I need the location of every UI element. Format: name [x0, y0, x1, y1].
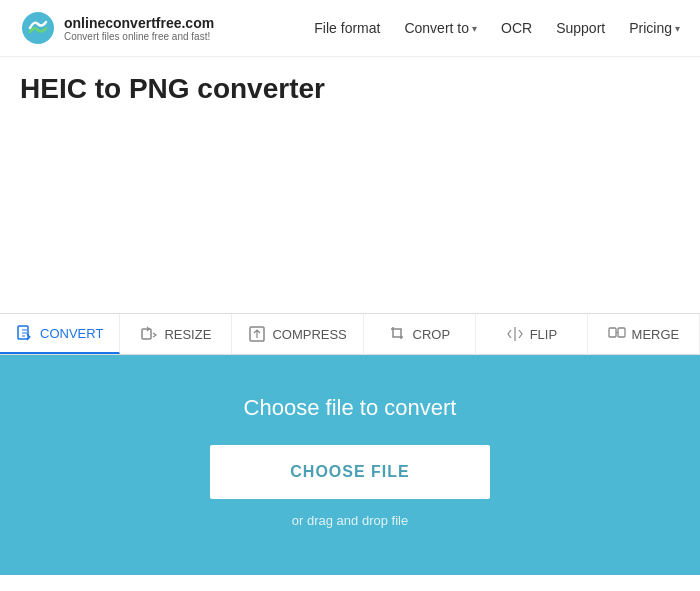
crop-icon: [389, 325, 407, 343]
compress-icon: [248, 325, 266, 343]
site-header: onlineconvertfree.com Convert files onli…: [0, 0, 700, 57]
tab-flip[interactable]: FLIP: [476, 314, 588, 354]
svg-rect-2: [142, 329, 151, 339]
tab-resize[interactable]: RESIZE: [120, 314, 232, 354]
tab-crop[interactable]: CROP: [364, 314, 476, 354]
resize-icon: [140, 325, 158, 343]
logo-name: onlineconvertfree.com: [64, 15, 214, 31]
page-title: HEIC to PNG converter: [0, 57, 700, 113]
tab-compress[interactable]: COMPRESS: [232, 314, 363, 354]
chevron-down-icon: ▾: [675, 23, 680, 34]
tab-merge[interactable]: MERGE: [588, 314, 700, 354]
ad-area: [0, 113, 700, 313]
nav-file-format[interactable]: File format: [314, 20, 380, 36]
tab-merge-label: MERGE: [632, 327, 680, 342]
logo-text: onlineconvertfree.com Convert files onli…: [64, 15, 214, 42]
tab-convert[interactable]: CONVERT: [0, 314, 120, 354]
svg-rect-4: [609, 328, 616, 337]
tab-convert-label: CONVERT: [40, 326, 103, 341]
convert-title: Choose file to convert: [244, 395, 457, 421]
tab-flip-label: FLIP: [530, 327, 557, 342]
convert-area: Choose file to convert CHOOSE FILE or dr…: [0, 355, 700, 575]
nav-support[interactable]: Support: [556, 20, 605, 36]
nav-convert-to[interactable]: Convert to ▾: [404, 20, 477, 36]
drag-drop-text: or drag and drop file: [292, 513, 408, 528]
svg-rect-5: [618, 328, 625, 337]
tool-tabs: CONVERT RESIZE COMPRESS CROP: [0, 313, 700, 355]
tab-crop-label: CROP: [413, 327, 451, 342]
convert-icon: [16, 324, 34, 342]
chevron-down-icon: ▾: [472, 23, 477, 34]
svg-point-0: [22, 12, 54, 44]
choose-file-button[interactable]: CHOOSE FILE: [210, 445, 490, 499]
logo-link[interactable]: onlineconvertfree.com Convert files onli…: [20, 10, 214, 46]
flip-icon: [506, 325, 524, 343]
logo-tagline: Convert files online free and fast!: [64, 31, 214, 42]
logo-icon: [20, 10, 56, 46]
nav-pricing[interactable]: Pricing ▾: [629, 20, 680, 36]
main-nav: File format Convert to ▾ OCR Support Pri…: [314, 20, 680, 36]
nav-ocr[interactable]: OCR: [501, 20, 532, 36]
tab-resize-label: RESIZE: [164, 327, 211, 342]
tab-compress-label: COMPRESS: [272, 327, 346, 342]
merge-icon: [608, 325, 626, 343]
